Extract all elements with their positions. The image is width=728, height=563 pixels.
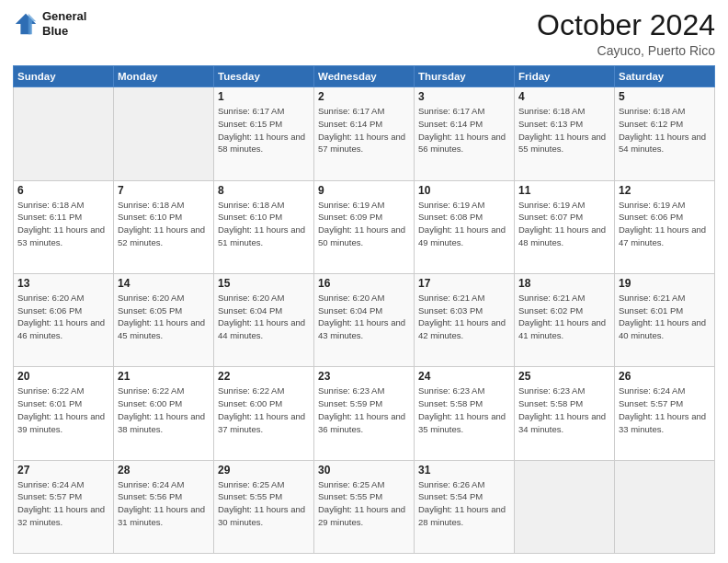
month-title: October 2024 <box>537 9 715 41</box>
calendar-day-cell <box>14 87 114 180</box>
calendar-day-cell: 6 Sunrise: 6:18 AMSunset: 6:11 PMDayligh… <box>14 180 114 273</box>
calendar-day-cell: 18 Sunrise: 6:21 AMSunset: 6:02 PMDaylig… <box>515 273 615 366</box>
calendar-day-cell <box>114 87 214 180</box>
day-number: 4 <box>518 90 610 103</box>
day-number: 6 <box>17 184 109 197</box>
day-detail: Sunrise: 6:18 AMSunset: 6:11 PMDaylight:… <box>17 199 109 249</box>
day-number: 11 <box>518 184 610 197</box>
calendar-day-cell: 2 Sunrise: 6:17 AMSunset: 6:14 PMDayligh… <box>314 87 415 180</box>
calendar-table: SundayMondayTuesdayWednesdayThursdayFrid… <box>13 65 715 554</box>
day-detail: Sunrise: 6:17 AMSunset: 6:14 PMDaylight:… <box>318 105 410 155</box>
calendar-day-cell: 25 Sunrise: 6:23 AMSunset: 5:58 PMDaylig… <box>515 367 615 460</box>
weekday-header: Wednesday <box>314 66 415 87</box>
calendar-day-cell: 29 Sunrise: 6:25 AMSunset: 5:55 PMDaylig… <box>214 460 314 553</box>
main-container: General Blue October 2024 Cayuco, Puerto… <box>0 0 728 563</box>
day-number: 10 <box>418 184 510 197</box>
day-detail: Sunrise: 6:19 AMSunset: 6:06 PMDaylight:… <box>619 199 711 249</box>
day-number: 29 <box>218 464 310 477</box>
calendar-day-cell <box>615 460 715 553</box>
logo-text: General Blue <box>42 9 86 38</box>
day-detail: Sunrise: 6:23 AMSunset: 5:59 PMDaylight:… <box>318 385 410 435</box>
day-detail: Sunrise: 6:26 AMSunset: 5:54 PMDaylight:… <box>418 478 510 529</box>
day-detail: Sunrise: 6:22 AMSunset: 6:00 PMDaylight:… <box>118 385 210 435</box>
day-number: 30 <box>318 464 410 477</box>
calendar-day-cell: 31 Sunrise: 6:26 AMSunset: 5:54 PMDaylig… <box>415 460 515 553</box>
day-number: 15 <box>218 277 310 290</box>
day-number: 25 <box>518 370 610 383</box>
day-detail: Sunrise: 6:24 AMSunset: 5:57 PMDaylight:… <box>619 385 711 435</box>
day-detail: Sunrise: 6:22 AMSunset: 6:00 PMDaylight:… <box>218 385 310 435</box>
calendar-day-cell: 21 Sunrise: 6:22 AMSunset: 6:00 PMDaylig… <box>114 367 214 460</box>
day-detail: Sunrise: 6:18 AMSunset: 6:12 PMDaylight:… <box>619 105 711 155</box>
day-detail: Sunrise: 6:20 AMSunset: 6:04 PMDaylight:… <box>218 292 310 342</box>
day-detail: Sunrise: 6:25 AMSunset: 5:55 PMDaylight:… <box>218 478 310 529</box>
day-detail: Sunrise: 6:20 AMSunset: 6:04 PMDaylight:… <box>318 292 410 342</box>
calendar-day-cell: 27 Sunrise: 6:24 AMSunset: 5:57 PMDaylig… <box>14 460 114 553</box>
day-number: 2 <box>318 90 410 103</box>
calendar-day-cell: 11 Sunrise: 6:19 AMSunset: 6:07 PMDaylig… <box>515 180 615 273</box>
day-number: 18 <box>518 277 610 290</box>
day-number: 8 <box>218 184 310 197</box>
calendar-day-cell: 9 Sunrise: 6:19 AMSunset: 6:09 PMDayligh… <box>314 180 415 273</box>
calendar-day-cell: 1 Sunrise: 6:17 AMSunset: 6:15 PMDayligh… <box>214 87 314 180</box>
day-number: 24 <box>418 370 510 383</box>
calendar-day-cell: 5 Sunrise: 6:18 AMSunset: 6:12 PMDayligh… <box>615 87 715 180</box>
day-detail: Sunrise: 6:18 AMSunset: 6:10 PMDaylight:… <box>218 199 310 249</box>
day-detail: Sunrise: 6:21 AMSunset: 6:01 PMDaylight:… <box>619 292 711 342</box>
calendar-day-cell: 4 Sunrise: 6:18 AMSunset: 6:13 PMDayligh… <box>515 87 615 180</box>
day-detail: Sunrise: 6:21 AMSunset: 6:03 PMDaylight:… <box>418 292 510 342</box>
calendar-day-cell <box>515 460 615 553</box>
day-number: 22 <box>218 370 310 383</box>
day-detail: Sunrise: 6:19 AMSunset: 6:08 PMDaylight:… <box>418 199 510 249</box>
svg-marker-0 <box>16 13 36 33</box>
day-detail: Sunrise: 6:17 AMSunset: 6:15 PMDaylight:… <box>218 105 310 155</box>
day-number: 27 <box>17 464 109 477</box>
day-detail: Sunrise: 6:20 AMSunset: 6:05 PMDaylight:… <box>118 292 210 342</box>
calendar-day-cell: 26 Sunrise: 6:24 AMSunset: 5:57 PMDaylig… <box>615 367 715 460</box>
calendar-week-row: 27 Sunrise: 6:24 AMSunset: 5:57 PMDaylig… <box>14 460 715 553</box>
location: Cayuco, Puerto Rico <box>537 43 715 58</box>
day-number: 17 <box>418 277 510 290</box>
calendar-day-cell: 16 Sunrise: 6:20 AMSunset: 6:04 PMDaylig… <box>314 273 415 366</box>
calendar-day-cell: 22 Sunrise: 6:22 AMSunset: 6:00 PMDaylig… <box>214 367 314 460</box>
weekday-header: Monday <box>114 66 214 87</box>
calendar-day-cell: 28 Sunrise: 6:24 AMSunset: 5:56 PMDaylig… <box>114 460 214 553</box>
calendar-day-cell: 19 Sunrise: 6:21 AMSunset: 6:01 PMDaylig… <box>615 273 715 366</box>
weekday-header: Tuesday <box>214 66 314 87</box>
calendar-week-row: 13 Sunrise: 6:20 AMSunset: 6:06 PMDaylig… <box>14 273 715 366</box>
calendar-header: SundayMondayTuesdayWednesdayThursdayFrid… <box>14 66 715 87</box>
day-detail: Sunrise: 6:20 AMSunset: 6:06 PMDaylight:… <box>17 292 109 342</box>
day-detail: Sunrise: 6:22 AMSunset: 6:01 PMDaylight:… <box>17 385 109 435</box>
day-detail: Sunrise: 6:19 AMSunset: 6:07 PMDaylight:… <box>518 199 610 249</box>
day-number: 1 <box>218 90 310 103</box>
calendar-day-cell: 7 Sunrise: 6:18 AMSunset: 6:10 PMDayligh… <box>114 180 214 273</box>
calendar-day-cell: 14 Sunrise: 6:20 AMSunset: 6:05 PMDaylig… <box>114 273 214 366</box>
day-number: 23 <box>318 370 410 383</box>
calendar-day-cell: 17 Sunrise: 6:21 AMSunset: 6:03 PMDaylig… <box>415 273 515 366</box>
calendar-day-cell: 30 Sunrise: 6:25 AMSunset: 5:55 PMDaylig… <box>314 460 415 553</box>
day-detail: Sunrise: 6:18 AMSunset: 6:10 PMDaylight:… <box>118 199 210 249</box>
day-number: 7 <box>118 184 210 197</box>
calendar-day-cell: 13 Sunrise: 6:20 AMSunset: 6:06 PMDaylig… <box>14 273 114 366</box>
day-number: 3 <box>418 90 510 103</box>
logo: General Blue <box>13 9 86 38</box>
weekday-header: Thursday <box>415 66 515 87</box>
day-number: 16 <box>318 277 410 290</box>
calendar-day-cell: 3 Sunrise: 6:17 AMSunset: 6:14 PMDayligh… <box>415 87 515 180</box>
calendar-day-cell: 15 Sunrise: 6:20 AMSunset: 6:04 PMDaylig… <box>214 273 314 366</box>
day-number: 14 <box>118 277 210 290</box>
calendar-day-cell: 20 Sunrise: 6:22 AMSunset: 6:01 PMDaylig… <box>14 367 114 460</box>
day-number: 12 <box>619 184 711 197</box>
day-number: 9 <box>318 184 410 197</box>
calendar-week-row: 20 Sunrise: 6:22 AMSunset: 6:01 PMDaylig… <box>14 367 715 460</box>
calendar-day-cell: 23 Sunrise: 6:23 AMSunset: 5:59 PMDaylig… <box>314 367 415 460</box>
day-detail: Sunrise: 6:23 AMSunset: 5:58 PMDaylight:… <box>418 385 510 435</box>
calendar-week-row: 1 Sunrise: 6:17 AMSunset: 6:15 PMDayligh… <box>14 87 715 180</box>
title-area: October 2024 Cayuco, Puerto Rico <box>537 9 715 58</box>
day-number: 19 <box>619 277 711 290</box>
day-detail: Sunrise: 6:18 AMSunset: 6:13 PMDaylight:… <box>518 105 610 155</box>
calendar-week-row: 6 Sunrise: 6:18 AMSunset: 6:11 PMDayligh… <box>14 180 715 273</box>
weekday-header: Friday <box>515 66 615 87</box>
weekday-header: Sunday <box>14 66 114 87</box>
weekday-header: Saturday <box>615 66 715 87</box>
